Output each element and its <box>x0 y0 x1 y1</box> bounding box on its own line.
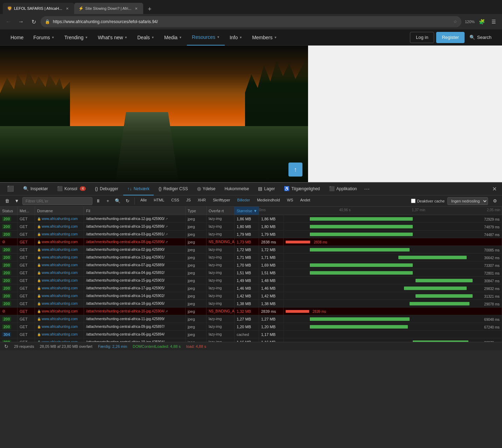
table-row[interactable]: 200 GET 🔒 www.africahunting.com /attachm… <box>0 269 502 277</box>
devtools-tab-application[interactable]: ⬛ Applikation <box>325 183 361 195</box>
table-row[interactable]: ⊘ GET 🔒 www.africahunting.com /attachmen… <box>0 238 502 246</box>
cell-status: 200 <box>0 223 18 230</box>
nav-forums[interactable]: Forums ▼ <box>28 29 59 46</box>
login-button[interactable]: Log in <box>410 32 434 43</box>
table-row[interactable]: 200 GET 🔒 www.africahunting.com /attachm… <box>0 284 502 292</box>
devtools-dock-button[interactable]: ⬛ <box>3 183 18 195</box>
devtools-tab-css[interactable]: {} Rediger CSS <box>154 183 192 195</box>
add-button[interactable]: + <box>104 197 112 205</box>
table-row[interactable]: 200 GET 🔒 www.africahunting.com /attachm… <box>0 254 502 261</box>
col-type[interactable]: Type <box>186 207 207 215</box>
table-row[interactable]: 200 GET 🔒 www.africahunting.com /attachm… <box>0 246 502 254</box>
tab-2[interactable]: ⚡ Site Slowing Down? | Afri... ✕ <box>74 3 144 14</box>
filter-media[interactable]: Medieindhold <box>254 197 283 205</box>
status-code: 200 <box>2 278 11 283</box>
load-time: load: 4,88 s <box>186 344 206 349</box>
devtools-tab-inspector[interactable]: 🔍 Inspektør <box>19 183 52 195</box>
search-network-button[interactable]: 🔍 <box>113 197 122 205</box>
settings-button[interactable]: ⚙ <box>491 197 499 205</box>
cell-size: cached <box>235 331 259 338</box>
timeline-bar: 36642 ms <box>284 255 501 260</box>
cell-size: 1,46 MB <box>235 284 259 292</box>
refresh-button[interactable]: ↻ <box>123 197 132 205</box>
filter-js[interactable]: JS <box>183 197 194 205</box>
nav-info[interactable]: Info ▼ <box>225 29 247 46</box>
devtools-tab-network[interactable]: ↑↓ Netværk <box>123 183 154 195</box>
nav-home[interactable]: Home <box>6 29 28 46</box>
filter-images[interactable]: Billeder <box>235 197 253 205</box>
menu-button[interactable]: ☰ <box>488 16 499 27</box>
file-text: /attachments/hunting-central-africa-14-j… <box>86 294 165 298</box>
disable-cache-input[interactable] <box>411 199 416 203</box>
table-row[interactable]: 304 GET 🔒 www.africahunting.com /attachm… <box>0 331 502 338</box>
table-row[interactable]: 200 GET 🔒 www.africahunting.com /attachm… <box>0 338 502 342</box>
address-bar[interactable]: 🔒 https://www.africahunting.com/resource… <box>41 16 461 27</box>
cell-type: jpeg <box>186 215 207 222</box>
request-count: 29 requests <box>14 344 34 349</box>
extensions-button[interactable]: 🧩 <box>476 16 487 27</box>
nav-resources[interactable]: Resources ▼ <box>187 29 225 46</box>
devtools-tab-storage[interactable]: ▤ Lager <box>254 183 279 195</box>
pause-button[interactable]: ⏸ <box>94 197 102 205</box>
table-row[interactable]: 200 GET 🔒 www.africahunting.com /attachm… <box>0 215 502 223</box>
search-button[interactable]: 🔍 Search <box>465 35 496 40</box>
site-navigation: Home Forums ▼ Trending ▼ What's new ▼ De… <box>0 29 502 46</box>
devtools-tab-console[interactable]: ⬛ Konsol 4 <box>53 183 90 195</box>
col-domain[interactable]: Domæne <box>35 207 84 215</box>
table-row[interactable]: 200 GET 🔒 www.africahunting.com /attachm… <box>0 277 502 284</box>
cell-file: /attachments/hunting-central-africa-16-j… <box>84 308 186 315</box>
clear-button[interactable]: 🗑 <box>3 197 11 205</box>
tab-2-close[interactable]: ✕ <box>133 6 139 11</box>
devtools-tab-memory[interactable]: Hukommelse <box>220 183 253 195</box>
cell-transfer: 2838 ms <box>259 238 284 246</box>
cell-type: jpeg <box>186 315 207 323</box>
col-file[interactable]: Fil <box>84 207 186 215</box>
nav-media[interactable]: Media ▼ <box>159 29 187 46</box>
devtools-more-button[interactable]: ⋯ <box>362 184 372 194</box>
table-row[interactable]: 200 GET 🔒 www.africahunting.com /attachm… <box>0 315 502 323</box>
initiator-text: lazy-img <box>209 332 222 336</box>
filter-ws[interactable]: WS <box>284 197 296 205</box>
table-row[interactable]: 200 GET 🔒 www.africahunting.com /attachm… <box>0 323 502 331</box>
scroll-to-top-button[interactable]: ↑ <box>288 163 302 177</box>
url-filter-input[interactable] <box>22 197 92 205</box>
filter-fonts[interactable]: Skrifttyper <box>210 197 233 205</box>
tab-1[interactable]: 🦁 LEFOL SAFARIS | AfricaH... ✕ <box>3 3 74 14</box>
cell-file: /attachments/hunting-central-africa-17-j… <box>84 284 186 292</box>
new-tab-button[interactable]: + <box>145 4 154 14</box>
file-text: /attachments/hunting-central-africa-09-j… <box>86 325 165 329</box>
col-status[interactable]: Status <box>0 207 18 215</box>
throttle-select[interactable]: Ingen nedrosling <box>447 197 488 205</box>
table-row[interactable]: 200 GET 🔒 www.africahunting.com /attachm… <box>0 223 502 230</box>
col-initiator[interactable]: Overfø rt <box>207 207 235 215</box>
nav-members[interactable]: Members ▼ <box>247 29 282 46</box>
lock-icon: 🔒 <box>37 287 41 290</box>
devtools-tab-accessibility[interactable]: ♿ Tilgængelighed <box>280 183 324 195</box>
filter-all[interactable]: Alle <box>138 197 149 205</box>
nav-whats-new[interactable]: What's new ▼ <box>93 29 132 46</box>
finished-time: Færdig: 2,26 min <box>98 344 127 349</box>
filter-css[interactable]: CSS <box>168 197 182 205</box>
browser-window: 🦁 LEFOL SAFARIS | AfricaH... ✕ ⚡ Site Sl… <box>0 0 502 448</box>
col-method[interactable]: Met... <box>18 207 35 215</box>
reload-button[interactable]: ↻ <box>28 16 39 27</box>
register-button[interactable]: Register <box>436 32 464 43</box>
table-row[interactable]: 200 GET 🔒 www.africahunting.com /attachm… <box>0 300 502 308</box>
filter-html[interactable]: HTML <box>151 197 167 205</box>
table-row[interactable]: 200 GET 🔒 www.africahunting.com /attachm… <box>0 230 502 238</box>
devtools-tab-performance[interactable]: ◎ Ydelse <box>193 183 220 195</box>
forward-button[interactable]: → <box>15 16 27 27</box>
devtools-close-button[interactable]: ✕ <box>489 184 499 194</box>
table-row[interactable]: 200 GET 🔒 www.africahunting.com /attachm… <box>0 261 502 269</box>
tab-1-close[interactable]: ✕ <box>64 6 70 11</box>
back-button[interactable]: ← <box>3 16 14 27</box>
table-row[interactable]: 200 GET 🔒 www.africahunting.com /attachm… <box>0 292 502 300</box>
devtools-tab-debugger[interactable]: {} Debugger <box>91 183 122 195</box>
media-dropdown-arrow: ▼ <box>179 36 182 39</box>
filter-xhr[interactable]: XHR <box>195 197 209 205</box>
nav-deals[interactable]: Deals ▼ <box>132 29 159 46</box>
filter-other[interactable]: Andet <box>297 197 313 205</box>
table-row[interactable]: ⊘ GET 🔒 www.africahunting.com /attachmen… <box>0 308 502 315</box>
nav-trending[interactable]: Trending ▼ <box>60 29 93 46</box>
disable-cache-checkbox[interactable]: Deaktiver cache <box>411 199 445 203</box>
